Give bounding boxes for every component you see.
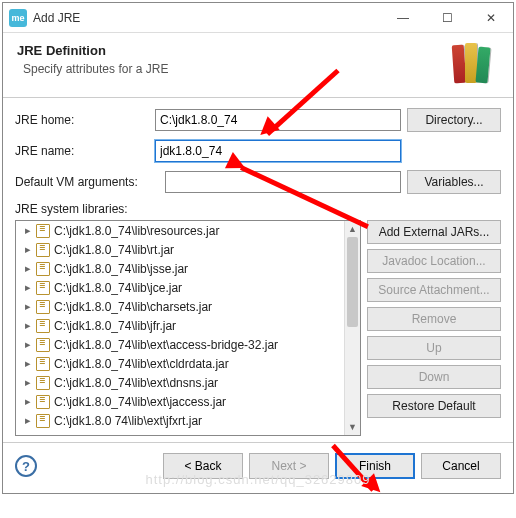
scroll-down-icon[interactable]: ▼ xyxy=(345,419,360,435)
header: JRE Definition Specify attributes for a … xyxy=(3,33,513,98)
expand-icon[interactable]: ▸ xyxy=(22,395,34,408)
app-icon: me xyxy=(9,9,27,27)
jar-icon xyxy=(36,224,50,238)
expand-icon[interactable]: ▸ xyxy=(22,262,34,275)
libraries-tree[interactable]: ▸C:\jdk1.8.0_74\lib\resources.jar▸C:\jdk… xyxy=(15,220,361,436)
jre-home-label: JRE home: xyxy=(15,113,155,127)
up-button[interactable]: Up xyxy=(367,336,501,360)
expand-icon[interactable]: ▸ xyxy=(22,338,34,351)
tree-item-label: C:\jdk1.8.0_74\lib\jfr.jar xyxy=(54,319,176,333)
tree-item[interactable]: ▸C:\jdk1.8.0_74\lib\ext\cldrdata.jar xyxy=(16,354,344,373)
back-button[interactable]: < Back xyxy=(163,453,243,479)
expand-icon[interactable]: ▸ xyxy=(22,243,34,256)
jar-icon xyxy=(36,243,50,257)
tree-scrollbar[interactable]: ▲ ▼ xyxy=(344,221,360,435)
jre-name-label: JRE name: xyxy=(15,144,155,158)
expand-icon[interactable]: ▸ xyxy=(22,376,34,389)
header-icon xyxy=(449,43,499,85)
expand-icon[interactable]: ▸ xyxy=(22,357,34,370)
expand-icon[interactable]: ▸ xyxy=(22,281,34,294)
cancel-button[interactable]: Cancel xyxy=(421,453,501,479)
tree-item-label: C:\jdk1.8.0_74\lib\rt.jar xyxy=(54,243,174,257)
jar-icon xyxy=(36,338,50,352)
scroll-up-icon[interactable]: ▲ xyxy=(345,221,360,237)
help-icon[interactable]: ? xyxy=(15,455,37,477)
finish-button[interactable]: Finish xyxy=(335,453,415,479)
tree-item[interactable]: ▸C:\jdk1.8.0_74\lib\ext\jaccess.jar xyxy=(16,392,344,411)
tree-item[interactable]: ▸C:\jdk1.8.0_74\lib\jsse.jar xyxy=(16,259,344,278)
vm-args-label: Default VM arguments: xyxy=(15,175,165,189)
tree-item-label: C:\jdk1.8.0_74\lib\jce.jar xyxy=(54,281,182,295)
tree-item[interactable]: ▸C:\jdk1.8.0_74\lib\ext\dnsns.jar xyxy=(16,373,344,392)
tree-item[interactable]: ▸C:\jdk1.8.0_74\lib\charsets.jar xyxy=(16,297,344,316)
add-external-jars-button[interactable]: Add External JARs... xyxy=(367,220,501,244)
page-title: JRE Definition xyxy=(17,43,449,58)
window-title: Add JRE xyxy=(33,11,381,25)
content-area: JRE home: Directory... JRE name: Default… xyxy=(3,98,513,442)
libraries-buttons: Add External JARs... Javadoc Location...… xyxy=(367,220,501,436)
jre-home-input[interactable] xyxy=(155,109,401,131)
close-button[interactable]: ✕ xyxy=(469,3,513,33)
minimize-button[interactable]: — xyxy=(381,3,425,33)
jar-icon xyxy=(36,376,50,390)
expand-icon[interactable]: ▸ xyxy=(22,224,34,237)
directory-button[interactable]: Directory... xyxy=(407,108,501,132)
restore-default-button[interactable]: Restore Default xyxy=(367,394,501,418)
maximize-button[interactable]: ☐ xyxy=(425,3,469,33)
page-subtitle: Specify attributes for a JRE xyxy=(17,62,449,76)
tree-item-label: C:\jdk1.8.0 74\lib\ext\jfxrt.jar xyxy=(54,414,202,428)
expand-icon[interactable]: ▸ xyxy=(22,319,34,332)
tree-item-label: C:\jdk1.8.0_74\lib\ext\cldrdata.jar xyxy=(54,357,229,371)
next-button[interactable]: Next > xyxy=(249,453,329,479)
vm-args-input[interactable] xyxy=(165,171,401,193)
tree-item-label: C:\jdk1.8.0_74\lib\resources.jar xyxy=(54,224,219,238)
titlebar: me Add JRE — ☐ ✕ xyxy=(3,3,513,33)
jre-name-input[interactable] xyxy=(155,140,401,162)
jar-icon xyxy=(36,300,50,314)
variables-button[interactable]: Variables... xyxy=(407,170,501,194)
expand-icon[interactable]: ▸ xyxy=(22,414,34,427)
tree-item[interactable]: ▸C:\jdk1.8.0_74\lib\resources.jar xyxy=(16,221,344,240)
tree-item[interactable]: ▸C:\jdk1.8.0 74\lib\ext\jfxrt.jar xyxy=(16,411,344,430)
system-libraries-label: JRE system libraries: xyxy=(15,202,501,216)
tree-item[interactable]: ▸C:\jdk1.8.0_74\lib\jfr.jar xyxy=(16,316,344,335)
expand-icon[interactable]: ▸ xyxy=(22,300,34,313)
tree-item[interactable]: ▸C:\jdk1.8.0_74\lib\jce.jar xyxy=(16,278,344,297)
jar-icon xyxy=(36,281,50,295)
scroll-thumb[interactable] xyxy=(347,237,358,327)
down-button[interactable]: Down xyxy=(367,365,501,389)
tree-item-label: C:\jdk1.8.0_74\lib\ext\access-bridge-32.… xyxy=(54,338,278,352)
jar-icon xyxy=(36,414,50,428)
javadoc-location-button[interactable]: Javadoc Location... xyxy=(367,249,501,273)
jar-icon xyxy=(36,262,50,276)
footer: ? < Back Next > Finish Cancel xyxy=(3,442,513,493)
tree-item-label: C:\jdk1.8.0_74\lib\jsse.jar xyxy=(54,262,188,276)
source-attachment-button[interactable]: Source Attachment... xyxy=(367,278,501,302)
tree-item-label: C:\jdk1.8.0_74\lib\ext\dnsns.jar xyxy=(54,376,218,390)
tree-item-label: C:\jdk1.8.0_74\lib\ext\jaccess.jar xyxy=(54,395,226,409)
jar-icon xyxy=(36,395,50,409)
tree-item-label: C:\jdk1.8.0_74\lib\charsets.jar xyxy=(54,300,212,314)
jar-icon xyxy=(36,319,50,333)
tree-item[interactable]: ▸C:\jdk1.8.0_74\lib\ext\access-bridge-32… xyxy=(16,335,344,354)
jar-icon xyxy=(36,357,50,371)
tree-item[interactable]: ▸C:\jdk1.8.0_74\lib\rt.jar xyxy=(16,240,344,259)
dialog-window: me Add JRE — ☐ ✕ JRE Definition Specify … xyxy=(2,2,514,494)
remove-button[interactable]: Remove xyxy=(367,307,501,331)
